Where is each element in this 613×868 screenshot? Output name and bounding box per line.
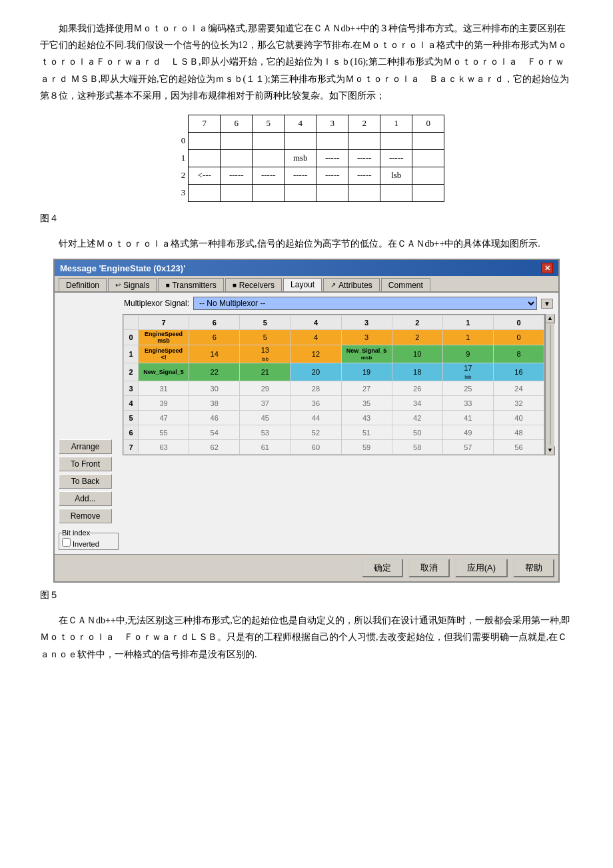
grid-cell-7-2: 58 [392,440,442,455]
tab-attributes-label: Attributes [338,281,372,290]
tab-comment-label: Comment [388,281,423,290]
grid-container: 7 6 5 4 3 2 1 0 [123,314,554,455]
scroll-thumb [550,325,551,445]
grid-header-5: 5 [240,315,291,330]
candb-left-panel: Arrange To Front To Back Add... Remove B… [59,297,119,550]
grid-row-2: 2 New_Signal_5 22 21 20 19 18 17lsb 16 [124,363,544,381]
grid-cell-6-5: 53 [240,425,291,440]
tab-attributes[interactable]: ↗ Attributes [323,278,380,291]
figure-5-label: 图５ [40,589,573,601]
grid-cell-5-3: 43 [341,411,392,425]
tab-receivers[interactable]: ■ Receivers [225,278,282,291]
tab-transmitters[interactable]: ■ Transmitters [158,278,223,291]
grid-header-7: 7 [139,315,189,330]
candb-footer: 确定 取消 应用(A) 帮助 [55,554,558,581]
mux-label: Multiplexor Signal: [124,299,189,308]
grid-cell-6-3: 51 [341,425,392,440]
grid-cell-5-2: 42 [392,411,442,425]
grid-cell-2-1: 17lsb [442,363,493,381]
grid-cell-7-1: 57 [442,440,493,455]
grid-header-0: 0 [493,315,544,330]
grid-row-5: 5 47 46 45 44 43 42 41 40 [124,411,544,425]
inverted-checkbox[interactable] [62,538,71,547]
candb-right-panel: Multiplexor Signal: -- No Multiplexor --… [123,297,554,550]
tab-definition-label: Definition [66,281,99,290]
paragraph-1: 如果我们选择使用Ｍｏｔｏｒｏｌａ编码格式,那需要知道它在ＣＡＮdb++中的３种信… [40,20,573,104]
grid-cell-1-7: EngineSpeed<! [139,345,189,363]
tab-layout-label: Layout [291,280,314,289]
cancel-button[interactable]: 取消 [408,559,450,577]
transmitters-icon: ■ [165,281,169,289]
scrollbar[interactable]: ▲ ▼ [545,314,554,455]
to-back-button[interactable]: To Back [59,474,112,489]
candb-tabs: Definition ↩ Signals ■ Transmitters ■ Re… [55,276,558,293]
scroll-up-button[interactable]: ▲ [546,314,555,323]
grid-cell-1-1: 9 [442,345,493,363]
tab-receivers-label: Receivers [239,281,275,290]
grid-header-6: 6 [189,315,240,330]
grid-cell-2-2: 18 [392,363,442,381]
grid-cell-6-2: 50 [392,425,442,440]
remove-button[interactable]: Remove [59,509,112,523]
grid-cell-2-4: 20 [291,363,341,381]
grid-cell-2-3: 19 [341,363,392,381]
grid-cell-3-5: 29 [240,381,291,396]
tab-signals[interactable]: ↩ Signals [108,278,157,291]
grid-cell-2-7: New_Signal_5 [139,363,189,381]
grid-header-rownum [124,315,139,330]
grid-row-1: 1 EngineSpeed<! 14 13lsb 12 New_Signal_5… [124,345,544,363]
row-num-4: 4 [124,396,139,411]
ok-button[interactable]: 确定 [362,559,403,577]
grid-cell-6-6: 54 [189,425,240,440]
apply-button[interactable]: 应用(A) [455,559,508,577]
grid-cell-1-4: 12 [291,345,341,363]
grid-cell-4-1: 33 [442,396,493,411]
row-num-5: 5 [124,411,139,425]
help-button[interactable]: 帮助 [513,559,554,577]
grid-cell-1-6: 14 [189,345,240,363]
tab-transmitters-label: Transmitters [172,281,216,290]
grid-cell-7-5: 61 [240,440,291,455]
grid-cell-3-0: 24 [493,381,544,396]
bit-index-legend: Bit index [62,529,90,537]
arrange-button[interactable]: Arrange [59,439,112,454]
grid-cell-7-7: 63 [139,440,189,455]
grid-cell-6-1: 49 [442,425,493,440]
grid-cell-4-0: 32 [493,396,544,411]
tab-signals-label: Signals [123,281,149,290]
mux-select[interactable]: -- No Multiplexor -- [193,297,537,310]
tab-layout[interactable]: Layout [283,278,322,291]
grid-cell-5-7: 47 [139,411,189,425]
grid-row-7: 7 63 62 61 60 59 58 57 56 [124,440,544,455]
grid-cell-4-4: 36 [291,396,341,411]
grid-row-3: 3 31 30 29 28 27 26 25 24 [124,381,544,396]
tab-definition[interactable]: Definition [59,278,107,291]
grid-cell-5-6: 46 [189,411,240,425]
add-button[interactable]: Add... [59,491,112,506]
grid-cell-7-0: 56 [493,440,544,455]
grid-cell-0-1: 1 [442,330,493,345]
row-num-6: 6 [124,425,139,440]
grid-cell-3-1: 25 [442,381,493,396]
close-button[interactable]: ✕ [541,263,553,273]
grid-cell-1-2: 10 [392,345,442,363]
grid-cell-6-0: 48 [493,425,544,440]
candb-title: Message 'EngineState (0x123)' [60,263,185,273]
candb-grid-wrapper: 7 6 5 4 3 2 1 0 [123,314,545,455]
candb-signal-grid: 7 6 5 4 3 2 1 0 [123,315,544,455]
grid-cell-4-5: 37 [240,396,291,411]
grid-cell-1-3: New_Signal_5msb [341,345,392,363]
scroll-down-button[interactable]: ▼ [546,446,555,455]
grid-cell-3-6: 30 [189,381,240,396]
grid-cell-7-3: 59 [341,440,392,455]
grid-header-4: 4 [291,315,341,330]
grid-cell-2-0: 16 [493,363,544,381]
grid-cell-4-7: 39 [139,396,189,411]
grid-header-3: 3 [341,315,392,330]
to-front-button[interactable]: To Front [59,457,112,471]
grid-cell-4-3: 35 [341,396,392,411]
grid-cell-6-7: 55 [139,425,189,440]
inverted-label[interactable]: Inverted [62,540,99,548]
grid-cell-0-6: 6 [189,330,240,345]
tab-comment[interactable]: Comment [381,278,430,291]
